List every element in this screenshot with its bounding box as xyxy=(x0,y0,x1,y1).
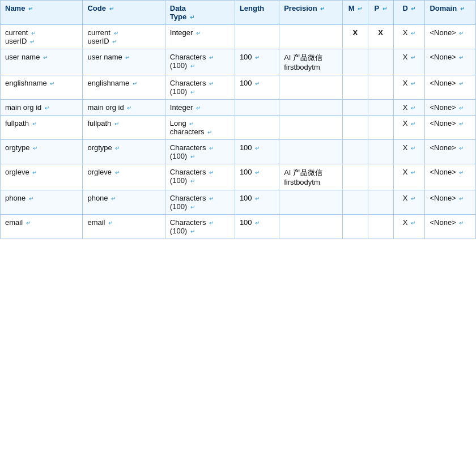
sort-icon-cell-domain-8[interactable]: ↵ xyxy=(459,220,464,226)
sort-icon-cell-name-1[interactable]: ↵ xyxy=(43,54,48,61)
sort-icon-cell-domain-5[interactable]: ↵ xyxy=(459,145,464,151)
sort-icon-cell-datatype[interactable]: ↵ xyxy=(209,145,214,151)
header-code[interactable]: Code ↵ xyxy=(83,1,165,25)
sort-icon-cell-datatype-2[interactable]: ↵ xyxy=(190,154,195,160)
sort-icon-cell-code-2[interactable]: ↵ xyxy=(133,80,137,87)
sort-icon-cell-code-1[interactable]: ↵ xyxy=(125,54,130,61)
sort-icon-name[interactable]: ↵ xyxy=(28,6,33,12)
cell-name-line-0: current ↵ xyxy=(5,28,78,37)
header-name[interactable]: Name ↵ xyxy=(1,1,83,25)
header-domain[interactable]: Domain ↵ xyxy=(425,1,476,25)
sort-icon-cell-domain-3[interactable]: ↵ xyxy=(459,105,464,111)
sort-icon-cell-datatype-2[interactable]: ↵ xyxy=(190,228,195,235)
sort-icon-cell-datatype[interactable]: ↵ xyxy=(189,121,194,127)
table-row[interactable]: email ↵email ↵Characters ↵(100) ↵100 ↵X … xyxy=(1,215,476,239)
table-container: Name ↵ Code ↵ Data Type ↵ Length Precisi… xyxy=(0,0,476,239)
sort-icon-cell-length-1[interactable]: ↵ xyxy=(255,54,260,61)
sort-icon-cell-datatype[interactable]: ↵ xyxy=(209,80,214,87)
sort-icon-cell-d-4[interactable]: ↵ xyxy=(411,121,415,127)
sort-icon-cell-domain-6[interactable]: ↵ xyxy=(459,169,464,176)
cell-m xyxy=(343,190,368,215)
sort-icon-cell-d-6[interactable]: ↵ xyxy=(411,169,415,176)
sort-icon-domain[interactable]: ↵ xyxy=(460,6,465,12)
header-d[interactable]: D ↵ xyxy=(393,1,425,25)
sort-icon-cell-name[interactable]: ↵ xyxy=(31,30,36,36)
table-row[interactable]: orgleve ↵orgleve ↵Characters ↵(100) ↵100… xyxy=(1,164,476,190)
sort-icon-cell-code-4[interactable]: ↵ xyxy=(114,121,119,127)
table-row[interactable]: fullpath ↵fullpath ↵Long ↵characters ↵X … xyxy=(1,116,476,140)
header-p[interactable]: P ↵ xyxy=(368,1,393,25)
sort-icon-cell-length-6[interactable]: ↵ xyxy=(255,169,260,176)
sort-icon-cell-d-2[interactable]: ↵ xyxy=(411,80,415,87)
header-datatype[interactable]: Data Type ↵ xyxy=(165,1,235,25)
cell-datatype-line-1: (100) ↵ xyxy=(170,152,230,160)
sort-icon-cell-length-2[interactable]: ↵ xyxy=(255,80,260,87)
table-row[interactable]: user name ↵user name ↵Characters ↵(100) … xyxy=(1,49,476,75)
sort-icon-cell-name-7[interactable]: ↵ xyxy=(29,195,33,202)
sort-icon-datatype[interactable]: ↵ xyxy=(190,14,194,20)
sort-icon-cell-name-2[interactable]: ↵ xyxy=(30,39,35,45)
table-row[interactable]: englishname ↵englishname ↵Characters ↵(1… xyxy=(1,75,476,100)
sort-icon-cell-length-5[interactable]: ↵ xyxy=(255,145,260,151)
sort-icon-cell-code-8[interactable]: ↵ xyxy=(108,220,113,226)
sort-icon-cell-domain-7[interactable]: ↵ xyxy=(459,195,464,202)
sort-icon-cell-code-6[interactable]: ↵ xyxy=(115,169,120,176)
cell-precision-line-0: AI 产品微信 xyxy=(284,53,338,63)
sort-icon-cell-datatype-2[interactable]: ↵ xyxy=(207,129,212,135)
sort-icon-cell-datatype-2[interactable]: ↵ xyxy=(190,89,195,95)
cell-d: X ↵ xyxy=(393,164,425,190)
sort-icon-cell-datatype-0[interactable]: ↵ xyxy=(196,30,201,36)
sort-icon-cell-name-5[interactable]: ↵ xyxy=(33,145,37,151)
sort-icon-cell-code-7[interactable]: ↵ xyxy=(111,195,116,202)
cell-p xyxy=(368,215,393,239)
cell-datatype-line-0: Characters ↵ xyxy=(170,143,230,152)
table-row[interactable]: phone ↵phone ↵Characters ↵(100) ↵100 ↵X … xyxy=(1,190,476,215)
sort-icon-cell-d-8[interactable]: ↵ xyxy=(411,220,415,226)
sort-icon-p[interactable]: ↵ xyxy=(382,6,387,12)
table-row[interactable]: current ↵userID ↵current ↵userID ↵Intege… xyxy=(1,25,476,49)
sort-icon-m[interactable]: ↵ xyxy=(358,6,362,12)
sort-icon-cell-name-3[interactable]: ↵ xyxy=(45,105,49,111)
sort-icon-cell-datatype[interactable]: ↵ xyxy=(209,54,214,61)
sort-icon-cell-d-0[interactable]: ↵ xyxy=(411,30,415,36)
sort-icon-cell-domain-1[interactable]: ↵ xyxy=(459,54,464,61)
table-row[interactable]: orgtype ↵orgtype ↵Characters ↵(100) ↵100… xyxy=(1,140,476,164)
sort-icon-d[interactable]: ↵ xyxy=(411,6,415,12)
header-length[interactable]: Length xyxy=(235,1,279,25)
cell-p xyxy=(368,100,393,116)
sort-icon-cell-d-1[interactable]: ↵ xyxy=(411,54,415,61)
sort-icon-code[interactable]: ↵ xyxy=(109,6,114,12)
sort-icon-cell-domain-0[interactable]: ↵ xyxy=(459,30,464,36)
sort-icon-cell-code-3[interactable]: ↵ xyxy=(127,105,131,111)
sort-icon-cell-datatype-2[interactable]: ↵ xyxy=(190,63,195,69)
sort-icon-precision[interactable]: ↵ xyxy=(320,6,325,12)
sort-icon-cell-datatype[interactable]: ↵ xyxy=(209,195,214,202)
sort-icon-cell-datatype[interactable]: ↵ xyxy=(209,220,214,226)
sort-icon-cell-d-3[interactable]: ↵ xyxy=(411,105,415,111)
sort-icon-cell-name-8[interactable]: ↵ xyxy=(26,220,31,226)
sort-icon-cell-datatype-3[interactable]: ↵ xyxy=(196,105,201,111)
sort-icon-cell-d-7[interactable]: ↵ xyxy=(411,195,415,202)
sort-icon-cell-d-5[interactable]: ↵ xyxy=(411,145,415,151)
sort-icon-cell-datatype-2[interactable]: ↵ xyxy=(190,178,195,184)
header-m[interactable]: M ↵ xyxy=(343,1,368,25)
header-d-label: D xyxy=(402,4,407,12)
cell-datatype: Integer ↵ xyxy=(165,100,235,116)
cell-d: X ↵ xyxy=(393,75,425,100)
table-row[interactable]: main org id ↵main org id ↵Integer ↵X ↵<N… xyxy=(1,100,476,116)
sort-icon-cell-length-7[interactable]: ↵ xyxy=(255,195,260,202)
sort-icon-cell-name-6[interactable]: ↵ xyxy=(32,169,37,176)
cell-m xyxy=(343,75,368,100)
sort-icon-cell-code-5[interactable]: ↵ xyxy=(115,145,120,151)
sort-icon-cell-datatype[interactable]: ↵ xyxy=(209,169,214,176)
sort-icon-cell-length-8[interactable]: ↵ xyxy=(255,220,260,226)
sort-icon-cell-code-2[interactable]: ↵ xyxy=(112,39,117,45)
sort-icon-cell-domain-4[interactable]: ↵ xyxy=(459,121,464,127)
sort-icon-cell-domain-2[interactable]: ↵ xyxy=(459,80,464,87)
sort-icon-cell-name-4[interactable]: ↵ xyxy=(32,121,37,127)
sort-icon-cell-code[interactable]: ↵ xyxy=(114,30,118,36)
sort-icon-cell-datatype-2[interactable]: ↵ xyxy=(190,204,195,210)
header-name-label: Name xyxy=(5,4,25,12)
header-precision[interactable]: Precision ↵ xyxy=(279,1,343,25)
sort-icon-cell-name-2[interactable]: ↵ xyxy=(50,80,54,87)
